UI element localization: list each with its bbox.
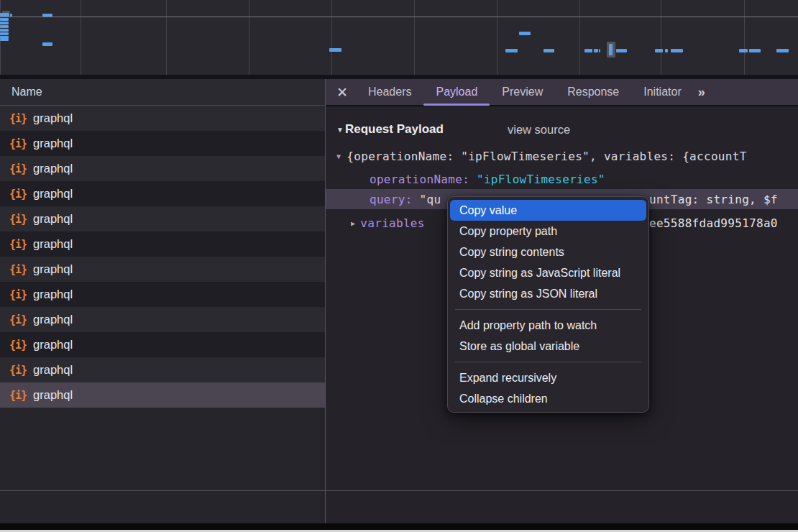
request-row[interactable]: {i} graphql [0,106,326,131]
waterfall-bar [0,22,9,24]
tab-initiator[interactable]: Initiator [631,79,693,106]
name-column-header[interactable]: Name [0,79,326,106]
property-value-right: untTag: string, $f [649,190,798,208]
close-icon[interactable]: ✕ [329,84,356,101]
fetch-icon: {i} [9,313,27,326]
property-key: operationName: [370,173,477,186]
menu-separator [455,309,641,310]
menu-item-copy-string-as-javascript-literal[interactable]: Copy string as JavaScript literal [448,262,648,283]
waterfall-bar [671,49,683,52]
waterfall-bar [329,48,341,52]
expand-icon[interactable]: ▶ [351,219,355,227]
fetch-icon: {i} [9,112,27,125]
overview-gridline [414,0,415,75]
waterfall-bar [739,49,748,52]
tab-response[interactable]: Response [555,79,631,106]
waterfall-bar [749,49,761,52]
waterfall-bar [665,49,668,52]
request-row[interactable]: {i} graphql [0,231,326,257]
devtools-window: Name {i} graphql {i} graphql {i} graphql… [0,0,798,532]
waterfall-bar [544,49,554,52]
overview-gridline [166,0,167,75]
overview-gridline [81,0,81,75]
waterfall-bar [0,13,9,17]
fetch-icon: {i} [9,288,27,301]
waterfall-bar [584,49,592,52]
overview-gridline [331,0,332,75]
menu-item-copy-string-contents[interactable]: Copy string contents [448,242,648,262]
tabs: HeadersPayloadPreviewResponseInitiator [356,79,694,106]
more-tabs-icon[interactable]: » [698,85,704,100]
waterfall-bar [776,49,789,52]
menu-item-copy-property-path[interactable]: Copy property path [448,221,648,242]
payload-root-row[interactable]: ▼ {operationName: "ipFlowTimeseries", va… [336,147,798,165]
request-name: graphql [33,187,73,201]
menu-item-collapse-children[interactable]: Collapse children [448,388,648,409]
menu-item-copy-string-as-json-literal[interactable]: Copy string as JSON literal [448,283,648,304]
fetch-icon: {i} [9,263,27,276]
waterfall-bar [616,49,627,52]
section-collapse-icon[interactable]: ▼ [336,126,344,134]
fetch-icon: {i} [9,137,27,150]
request-name: graphql [33,313,73,326]
request-name: graphql [33,388,73,402]
waterfall-bar [10,14,12,17]
request-row[interactable]: {i} graphql [0,307,326,332]
request-name: graphql [33,338,73,352]
waterfall-bar [0,29,9,32]
variables-value-right: ee5588fdad995178a0 [649,214,798,232]
property-key: query: [370,193,420,206]
waterfall-bar [655,49,663,52]
fetch-icon: {i} [9,188,27,201]
waterfall-bar [0,25,9,28]
window-bottom-bar [0,523,798,530]
request-row[interactable]: {i} graphql [0,332,326,357]
overview-hline [0,17,798,17]
fetch-icon: {i} [9,213,27,226]
overview-gridline [249,0,249,75]
request-rows: {i} graphql {i} graphql {i} graphql {i} … [0,106,326,408]
status-bar-divider [0,490,798,491]
overview-gridline [661,0,661,75]
request-name: graphql [33,212,73,226]
request-row[interactable]: {i} graphql [0,357,326,382]
waterfall-bar [0,18,9,21]
request-row[interactable]: {i} graphql [0,257,326,282]
tab-headers[interactable]: Headers [356,79,423,106]
request-row[interactable]: {i} graphql [0,181,326,206]
tab-payload[interactable]: Payload [423,79,490,106]
expand-icon[interactable]: ▼ [336,152,341,160]
fetch-icon: {i} [9,238,27,251]
request-payload-section[interactable]: ▼ Request Payload [326,119,444,139]
request-row[interactable]: {i} graphql [0,206,326,231]
request-row[interactable]: {i} graphql [0,156,326,181]
view-source-link[interactable]: view source [508,119,570,139]
name-column-label: Name [12,86,42,98]
waterfall-bar [519,32,531,35]
request-row[interactable]: {i} graphql [0,131,326,156]
request-row[interactable]: {i} graphql [0,382,326,408]
object-preview-text: {operationName: "ipFlowTimeseries", vari… [347,150,746,163]
tab-preview[interactable]: Preview [490,79,555,106]
waterfall-bar [42,14,52,17]
fetch-icon: {i} [9,364,27,377]
waterfall-bar [609,44,613,55]
menu-item-expand-recursively[interactable]: Expand recursively [448,367,648,388]
details-tabbar: ✕ HeadersPayloadPreviewResponseInitiator… [326,79,798,106]
waterfall-bar [0,32,9,35]
request-name: graphql [33,111,73,125]
fetch-icon: {i} [9,389,27,402]
property-key: variables [360,216,424,230]
network-overview[interactable] [0,0,798,75]
overview-gridline [497,0,497,75]
menu-item-copy-value[interactable]: Copy value [450,200,646,221]
waterfall-bar [505,49,518,52]
fetch-icon: {i} [9,162,27,175]
menu-item-add-property-path-to-watch[interactable]: Add property path to watch [448,315,648,336]
request-row[interactable]: {i} graphql [0,282,326,307]
menu-item-store-as-global-variable[interactable]: Store as global variable [448,336,648,357]
request-name: graphql [33,288,73,301]
operation-name-row[interactable]: operationName: "ipFlowTimeseries" [370,170,798,188]
requests-panel: Name {i} graphql {i} graphql {i} graphql… [0,79,326,523]
context-menu: Copy valueCopy property pathCopy string … [447,196,649,413]
